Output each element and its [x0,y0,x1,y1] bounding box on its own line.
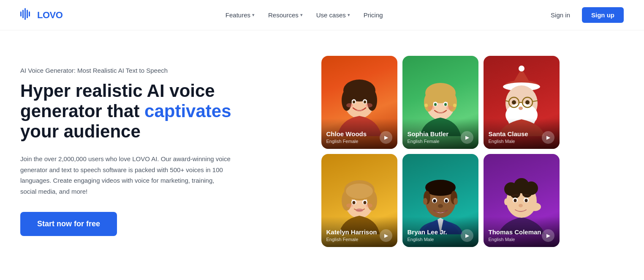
katelyn-meta: English Female [326,237,377,242]
voice-card-katelyn[interactable]: Katelyn Harrison English Female ▶ [321,154,397,247]
svg-point-57 [363,201,366,204]
svg-point-72 [438,204,443,208]
svg-point-45 [525,100,530,104]
voice-grid: Chloe Woods English Female ▶ [321,56,560,247]
navbar: LOVO Features ▾ Resources ▾ Use cases ▾ … [0,0,644,30]
nav-usecases[interactable]: Use cases ▾ [316,11,350,19]
svg-rect-3 [27,10,28,18]
sophia-label: Sophia Butler English Female ▶ [402,118,478,149]
play-icon: ▶ [384,233,388,239]
voice-card-chloe[interactable]: Chloe Woods English Female ▶ [321,56,397,149]
svg-point-15 [346,103,353,107]
thomas-label: Thomas Coleman English Male ▶ [484,217,560,247]
svg-point-70 [433,199,436,203]
hero-content: AI Voice Generator: Most Realistic AI Te… [20,67,240,236]
bryan-label: Bryan Lee Jr. English Male ▶ [402,217,478,247]
svg-point-26 [444,103,447,106]
chloe-play-button[interactable]: ▶ [380,131,392,144]
sophia-play-button[interactable]: ▶ [461,131,473,144]
hero-title: Hyper realistic AI voice generator that … [20,81,240,142]
svg-rect-2 [24,8,26,20]
svg-point-29 [424,104,428,107]
svg-point-38 [521,107,533,113]
nav-actions: Sign in Sign up [546,7,624,23]
santa-play-button[interactable]: ▶ [542,131,554,144]
logo-text: LOVO [37,10,62,21]
santa-name: Santa Clause [489,130,528,138]
svg-point-86 [524,199,527,202]
play-icon: ▶ [546,233,550,239]
chevron-down-icon: ▾ [300,12,303,18]
play-icon: ▶ [465,233,469,239]
svg-rect-1 [22,10,24,18]
santa-meta: English Male [489,139,528,144]
chloe-name: Chloe Woods [326,130,367,138]
svg-point-71 [445,199,448,203]
svg-point-16 [366,103,372,107]
svg-point-80 [510,188,520,198]
thomas-play-button[interactable]: ▶ [542,229,554,242]
svg-point-30 [453,104,457,107]
svg-point-9 [342,90,352,111]
svg-point-81 [522,187,532,198]
hero-description: Join the over 2,000,000 users who love L… [20,154,231,197]
hero-title-part2: your audience [20,121,141,141]
cta-button[interactable]: Start now for free [20,212,117,236]
katelyn-play-button[interactable]: ▶ [380,229,392,242]
signin-button[interactable]: Sign in [546,8,575,22]
voice-card-sophia[interactable]: Sophia Butler English Female ▶ [402,56,478,149]
play-icon: ▶ [384,135,388,140]
nav-pricing[interactable]: Pricing [364,11,383,19]
play-icon: ▶ [546,135,550,140]
svg-point-46 [519,107,523,110]
sophia-name: Sophia Butler [408,130,449,138]
svg-point-53 [346,184,373,199]
katelyn-label: Katelyn Harrison English Female ▶ [321,217,397,247]
svg-point-10 [367,90,377,111]
svg-point-14 [364,101,366,104]
bryan-name: Bryan Lee Jr. [408,228,447,236]
santa-label: Santa Clause English Male ▶ [484,118,560,149]
sophia-meta: English Female [408,139,449,144]
thomas-meta: English Male [489,237,541,242]
svg-point-44 [512,100,516,104]
bryan-meta: English Male [408,237,447,242]
bryan-play-button[interactable]: ▶ [461,229,473,242]
svg-rect-4 [29,11,30,16]
signup-button[interactable]: Sign up [582,7,624,23]
svg-point-27 [428,106,435,110]
svg-point-58 [356,209,363,212]
chloe-meta: English Female [326,139,367,144]
svg-point-28 [446,106,453,110]
svg-point-82 [529,203,541,211]
katelyn-name: Katelyn Harrison [326,228,377,236]
play-icon: ▶ [465,135,469,140]
svg-point-74 [454,198,458,205]
voice-card-santa[interactable]: Santa Clause English Male ▶ [484,56,560,149]
hero-section: AI Voice Generator: Most Realistic AI Te… [0,30,644,272]
svg-rect-0 [20,11,22,16]
thomas-name: Thomas Coleman [489,228,541,236]
svg-point-59 [346,203,353,208]
svg-point-25 [434,103,437,106]
logo[interactable]: LOVO [20,8,62,22]
nav-features[interactable]: Features ▾ [226,11,255,19]
voice-card-bryan[interactable]: Bryan Lee Jr. English Male ▶ [402,154,478,247]
svg-point-73 [423,198,427,205]
svg-point-56 [352,201,355,204]
voice-grid-container: Chloe Woods English Female ▶ [257,56,624,247]
svg-point-65 [426,184,455,196]
svg-point-60 [366,203,372,208]
svg-point-88 [504,198,508,205]
chevron-down-icon: ▾ [252,12,255,18]
hero-title-accent: captivates [144,101,231,121]
chevron-down-icon: ▾ [348,12,350,18]
nav-resources[interactable]: Resources ▾ [268,11,303,19]
svg-point-85 [514,199,516,202]
nav-links: Features ▾ Resources ▾ Use cases ▾ Prici… [226,11,383,19]
svg-point-87 [519,204,523,207]
logo-icon [20,8,34,22]
svg-point-13 [353,101,355,104]
hero-subtitle: AI Voice Generator: Most Realistic AI Te… [20,67,240,74]
voice-card-thomas[interactable]: Thomas Coleman English Male ▶ [484,154,560,247]
